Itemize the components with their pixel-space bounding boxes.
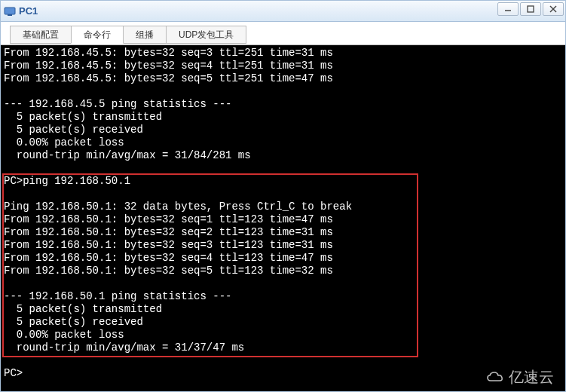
titlebar[interactable]: PC1	[1, 1, 565, 22]
tab-udp-tool[interactable]: UDP发包工具	[166, 26, 246, 44]
tab-bar: 基础配置 命令行 组播 UDP发包工具	[1, 22, 565, 44]
terminal-line: From 192.168.50.1: bytes=32 seq=2 ttl=12…	[4, 226, 562, 239]
svg-rect-1	[8, 14, 12, 16]
terminal-output[interactable]: From 192.168.45.5: bytes=32 seq=3 ttl=25…	[1, 44, 565, 391]
tab-basic-config[interactable]: 基础配置	[10, 26, 72, 44]
terminal-line: round-trip min/avg/max = 31/84/281 ms	[4, 149, 562, 162]
terminal-line	[4, 354, 562, 367]
terminal-line: 5 packet(s) received	[4, 316, 562, 329]
tab-multicast[interactable]: 组播	[123, 26, 167, 44]
close-button[interactable]	[543, 2, 564, 16]
terminal-line: PC>	[4, 367, 562, 380]
terminal-line	[4, 85, 562, 98]
terminal-line: From 192.168.45.5: bytes=32 seq=3 ttl=25…	[4, 47, 562, 60]
maximize-button[interactable]	[520, 2, 541, 16]
terminal-line: round-trip min/avg/max = 31/37/47 ms	[4, 341, 562, 354]
watermark: 亿速云	[485, 367, 554, 387]
terminal-line: From 192.168.50.1: bytes=32 seq=5 ttl=12…	[4, 265, 562, 277]
svg-rect-3	[528, 6, 534, 12]
app-icon	[4, 5, 16, 17]
terminal-line: From 192.168.50.1: bytes=32 seq=4 ttl=12…	[4, 252, 562, 265]
terminal-line: From 192.168.45.5: bytes=32 seq=5 ttl=25…	[4, 72, 562, 85]
terminal-line: From 192.168.50.1: bytes=32 seq=1 ttl=12…	[4, 213, 562, 226]
terminal-line: 5 packet(s) received	[4, 124, 562, 136]
terminal-line	[4, 188, 562, 201]
terminal-line: --- 192.168.50.1 ping statistics ---	[4, 290, 562, 303]
terminal-line: 5 packet(s) transmitted	[4, 111, 562, 124]
tab-command-line[interactable]: 命令行	[71, 26, 124, 44]
terminal-line: From 192.168.50.1: bytes=32 seq=3 ttl=12…	[4, 239, 562, 252]
window-controls	[497, 2, 564, 16]
terminal-line: 0.00% packet loss	[4, 136, 562, 149]
watermark-text: 亿速云	[509, 367, 554, 387]
terminal-line: 5 packet(s) transmitted	[4, 303, 562, 316]
terminal-line: --- 192.168.45.5 ping statistics ---	[4, 98, 562, 111]
terminal-line	[4, 277, 562, 290]
terminal-line: PC>ping 192.168.50.1	[4, 175, 562, 188]
terminal-line: From 192.168.45.5: bytes=32 seq=4 ttl=25…	[4, 60, 562, 72]
terminal-line: 0.00% packet loss	[4, 329, 562, 341]
terminal-line: Ping 192.168.50.1: 32 data bytes, Press …	[4, 201, 562, 213]
window-title: PC1	[19, 5, 38, 17]
minimize-button[interactable]	[497, 2, 519, 16]
terminal-line	[4, 162, 562, 175]
app-window: PC1 基础配置 命令行 组播 UDP发包工具 From 192.168.45.…	[0, 0, 566, 392]
svg-rect-0	[5, 8, 15, 14]
